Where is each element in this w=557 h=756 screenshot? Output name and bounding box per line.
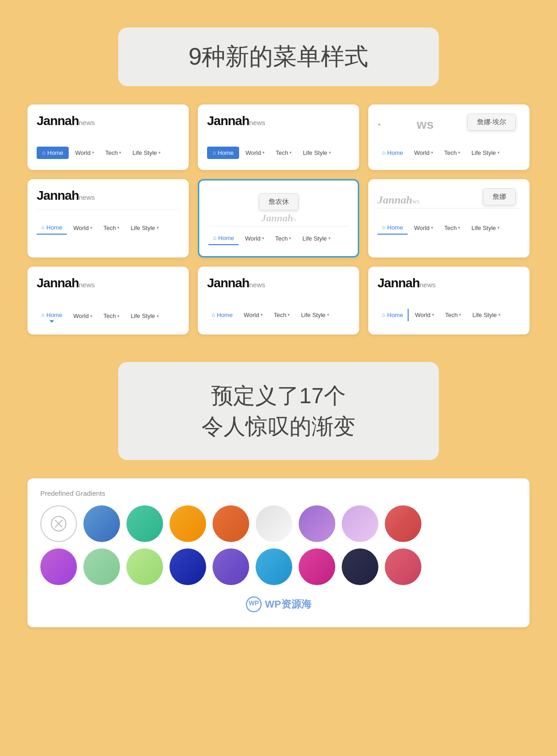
- card-3-header: 詹娜·埃尔 · ws: [377, 114, 520, 141]
- gradient-circle-2-1[interactable]: [40, 548, 77, 585]
- card-2-header: Jannahnews: [207, 114, 350, 141]
- card-6-world[interactable]: World ▾: [410, 222, 438, 234]
- card-1-header: Jannahnews: [37, 114, 180, 141]
- gradient-circle-1-3[interactable]: [126, 505, 163, 542]
- card-7-world[interactable]: World ▾: [69, 310, 97, 322]
- card-1-world[interactable]: World ▾: [71, 147, 99, 159]
- caret-2a: ▾: [262, 150, 265, 155]
- gradient-circle-1-7[interactable]: [299, 505, 335, 542]
- card-4-lifestyle[interactable]: Life Style ▾: [126, 222, 163, 234]
- tooltip-5: 詹农休: [259, 193, 299, 210]
- card-2-world[interactable]: World ▾: [241, 147, 269, 159]
- card-6-lifestyle[interactable]: Life Style ▾: [467, 222, 504, 234]
- card-8-tech[interactable]: Tech ▾: [269, 309, 295, 321]
- card-7-lifestyle[interactable]: Life Style ▾: [126, 310, 163, 322]
- card-3-home-btn[interactable]: ⌂ Home: [377, 147, 408, 159]
- caret-1c: ▾: [158, 150, 161, 155]
- card-9-home-btn[interactable]: ⌂ Home: [377, 309, 409, 321]
- card-8-nav: ⌂ Home World ▾ Tech ▾ Life Style ▾: [207, 307, 350, 321]
- card-8-lifestyle[interactable]: Life Style ▾: [296, 309, 333, 321]
- gradient-circle-1-2[interactable]: [83, 505, 120, 542]
- card-9-tech[interactable]: Tech ▾: [441, 309, 466, 321]
- caret-9a: ▾: [432, 312, 434, 317]
- logo-sub-8: news: [249, 281, 265, 289]
- logo-sub-7: news: [79, 281, 95, 289]
- caret-9b: ▾: [459, 312, 461, 317]
- card-7-tech[interactable]: Tech ▾: [99, 310, 124, 322]
- card-2-lifestyle[interactable]: Life Style ▾: [298, 147, 335, 159]
- caret-3c: ▾: [497, 150, 500, 155]
- gradient-title: 预定义了17个 令人惊叹的渐变: [146, 380, 411, 442]
- card-3-lifestyle[interactable]: Life Style ▾: [467, 147, 504, 159]
- card-6-home-btn[interactable]: ⌂ Home: [377, 221, 408, 235]
- card-7-home-btn[interactable]: ⌂ Home: [37, 309, 67, 323]
- logo-text-8: Jannah: [207, 276, 249, 290]
- home-icon-2: ⌂: [213, 149, 216, 156]
- logo-text-7: Jannah: [37, 276, 79, 290]
- card-5-home-btn[interactable]: ⌂ Home: [208, 232, 239, 245]
- menu-card-3: 詹娜·埃尔 · ws ⌂ Home World ▾ Tech ▾ Life St…: [368, 104, 530, 170]
- menu-card-1: Jannahnews ⌂ Home World ▾ Tech ▾ Life St…: [27, 104, 189, 170]
- card-1-nav: ⌂ Home World ▾ Tech ▾ Life Style ▾: [37, 145, 180, 159]
- caret-3b: ▾: [458, 150, 460, 155]
- card-2-nav: ⌂ Home World ▾ Tech ▾ Life Style ▾: [207, 145, 350, 159]
- caret-4a: ▾: [90, 225, 93, 230]
- gradient-circle-2-4[interactable]: [169, 548, 206, 585]
- gradient-circle-1-5[interactable]: [213, 505, 249, 542]
- card-1-home-btn[interactable]: ⌂ Home: [37, 147, 69, 159]
- gradient-circle-1-6[interactable]: [256, 505, 292, 542]
- card-9-logo: Jannahnews: [377, 276, 520, 290]
- logo-bg-5: Jannahs: [208, 212, 349, 224]
- card-8-logo: Jannahnews: [207, 276, 350, 290]
- caret-6c: ▾: [497, 225, 500, 230]
- menu-card-4: Jannahnews ⌂ Home World ▾ Tech ▾ Life St…: [27, 179, 189, 257]
- card-3-tech[interactable]: Tech ▾: [440, 147, 465, 159]
- gradient-circle-2-9[interactable]: [385, 548, 421, 585]
- gradient-circle-2-2[interactable]: [83, 548, 120, 585]
- card-9-lifestyle[interactable]: Life Style ▾: [468, 309, 505, 321]
- card-5-world[interactable]: World ▾: [240, 232, 269, 245]
- card-4-logo: Jannahnews: [37, 188, 180, 203]
- card-4-home-btn[interactable]: ⌂ Home: [37, 221, 67, 235]
- card-6-nav: ⌂ Home World ▾ Tech ▾ Life Style ▾: [377, 219, 520, 235]
- card-5-lifestyle[interactable]: Life Style ▾: [298, 232, 335, 245]
- gradient-circle-1-4[interactable]: [169, 505, 206, 542]
- card-4-world[interactable]: World ▾: [69, 222, 97, 234]
- logo-text-4: Jannah: [37, 188, 79, 203]
- card-2-home-btn[interactable]: ⌂ Home: [207, 147, 239, 159]
- gradient-circle-none[interactable]: [40, 505, 77, 542]
- caret-5a: ▾: [262, 236, 264, 241]
- card-4-tech[interactable]: Tech ▾: [99, 222, 124, 234]
- x-icon: [50, 515, 67, 532]
- caret-1a: ▾: [92, 150, 94, 155]
- predefined-gradients-label: Predefined Gradients: [40, 489, 517, 497]
- card-2-home-label: Home: [218, 149, 234, 156]
- card-2-tech[interactable]: Tech ▾: [271, 147, 296, 159]
- card-6-home-label: Home: [387, 224, 403, 231]
- card-6-tech[interactable]: Tech ▾: [440, 222, 465, 234]
- menu-card-8: Jannahnews ⌂ Home World ▾ Tech ▾ Life St…: [198, 267, 359, 334]
- card-3-world[interactable]: World ▾: [410, 147, 438, 159]
- caret-4c: ▾: [157, 225, 159, 230]
- card-1-lifestyle[interactable]: Life Style ▾: [128, 147, 165, 159]
- gradient-circle-1-9[interactable]: [385, 505, 421, 542]
- caret-8b: ▾: [288, 312, 290, 317]
- card-5-tech[interactable]: Tech ▾: [271, 232, 296, 245]
- gradient-circle-2-6[interactable]: [256, 548, 292, 585]
- menu-card-5: 詹农休 Jannahs ⌂ Home World ▾ Tech ▾ Life S…: [198, 179, 359, 257]
- card-3-nav: ⌂ Home World ▾ Tech ▾ Life Style ▾: [377, 145, 520, 159]
- gradient-circle-2-3[interactable]: [126, 548, 163, 585]
- gradient-banner: 预定义了17个 令人惊叹的渐变: [118, 362, 439, 460]
- card-1-tech[interactable]: Tech ▾: [101, 147, 126, 159]
- logo-sub-9: news: [420, 281, 436, 289]
- gradient-circle-2-5[interactable]: [213, 548, 249, 585]
- gradient-circle-1-8[interactable]: [342, 505, 378, 542]
- menu-card-9: Jannahnews ⌂ Home World ▾ Tech ▾ Life St…: [368, 267, 530, 334]
- card-9-world[interactable]: World ▾: [410, 309, 439, 321]
- card-8-world[interactable]: World ▾: [239, 309, 268, 321]
- caret-4b: ▾: [117, 225, 120, 230]
- card-8-home-btn[interactable]: ⌂ Home: [207, 309, 237, 321]
- menu-grid: Jannahnews ⌂ Home World ▾ Tech ▾ Life St…: [27, 104, 530, 334]
- gradient-circle-2-8[interactable]: [342, 548, 378, 585]
- gradient-circle-2-7[interactable]: [299, 548, 335, 585]
